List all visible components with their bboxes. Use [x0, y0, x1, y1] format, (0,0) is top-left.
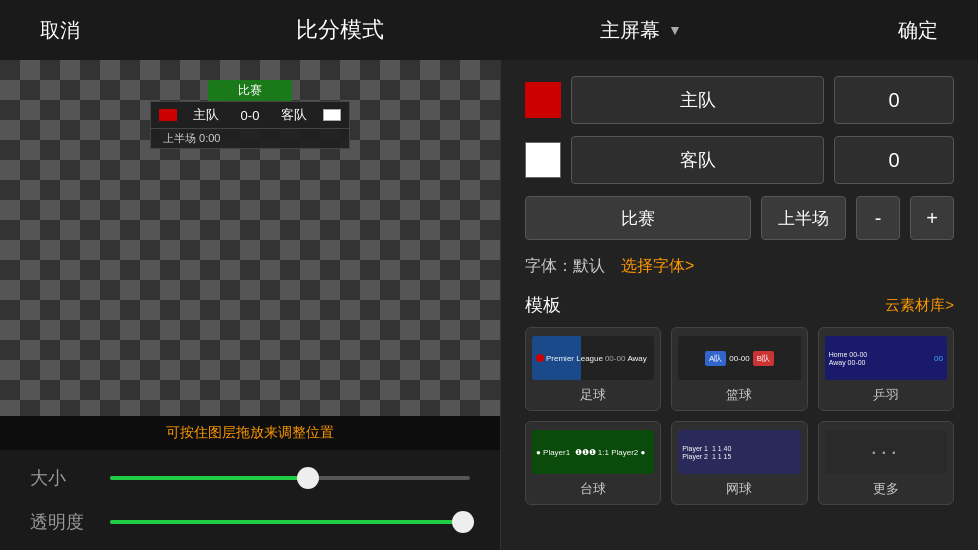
home-color-picker[interactable] — [525, 82, 561, 118]
size-slider-row: 大小 — [30, 466, 470, 490]
home-flag-icon — [159, 109, 177, 121]
templates-title: 模板 — [525, 293, 561, 317]
templates-header: 模板 云素材库> — [525, 293, 954, 317]
preview-score: 0-0 — [235, 108, 266, 123]
away-color-picker[interactable] — [525, 142, 561, 178]
scoreboard-row: 主队 0-0 客队 — [150, 101, 350, 129]
main-content: 比赛 主队 0-0 客队 上半场 0:00 可按住图层拖放来调整位置 大小 — [0, 60, 978, 550]
font-row: 字体：默认 选择字体> — [525, 252, 954, 281]
font-select-button[interactable]: 选择字体> — [621, 256, 694, 277]
dropdown-arrow-icon: ▼ — [668, 22, 682, 38]
templates-section: 模板 云素材库> Premier League 00-00 Away 足球 — [525, 293, 954, 534]
page-title: 比分模式 — [296, 15, 384, 45]
template-soccer[interactable]: Premier League 00-00 Away 足球 — [525, 327, 661, 411]
away-score-display: 0 — [834, 136, 954, 184]
size-label: 大小 — [30, 466, 90, 490]
period-plus-button[interactable]: + — [910, 196, 954, 240]
drag-hint: 可按住图层拖放来调整位置 — [0, 416, 500, 450]
left-panel: 比赛 主队 0-0 客队 上半场 0:00 可按住图层拖放来调整位置 大小 — [0, 60, 500, 550]
basketball-thumb: A队 00-00 B队 — [678, 336, 800, 380]
confirm-button[interactable]: 确定 — [898, 17, 938, 44]
screen-label: 主屏幕 — [600, 17, 660, 44]
scoreboard-time: 上半场 0:00 — [150, 129, 350, 149]
match-period-row: 比赛 上半场 - + — [525, 196, 954, 240]
opacity-label: 透明度 — [30, 510, 90, 534]
template-basketball[interactable]: A队 00-00 B队 篮球 — [671, 327, 807, 411]
billiards-label: 台球 — [580, 480, 606, 498]
screen-selector[interactable]: 主屏幕 ▼ — [600, 17, 682, 44]
size-slider-track[interactable] — [110, 476, 470, 480]
controls-area: 大小 透明度 — [0, 450, 500, 550]
more-label: 更多 — [873, 480, 899, 498]
size-slider-fill — [110, 476, 308, 480]
size-slider-thumb[interactable] — [297, 467, 319, 489]
template-more[interactable]: ··· 更多 — [818, 421, 954, 505]
tennis-thumb: Player 1 1 1 40 Player 2 1 1 15 — [678, 430, 800, 474]
template-tennis[interactable]: Player 1 1 1 40 Player 2 1 1 15 网球 — [671, 421, 807, 505]
pingpong-thumb: Home 00-00 Away 00-00 00 — [825, 336, 947, 380]
away-team-input[interactable] — [571, 136, 824, 184]
match-button[interactable]: 比赛 — [525, 196, 751, 240]
period-label: 上半场 — [761, 196, 846, 240]
cloud-library-button[interactable]: 云素材库> — [885, 296, 954, 315]
template-billiards[interactable]: ● Player1 ❶❶❶ 1:1 Player2 ● 台球 — [525, 421, 661, 505]
scoreboard-match-label: 比赛 — [208, 80, 292, 101]
soccer-label: 足球 — [580, 386, 606, 404]
opacity-slider-row: 透明度 — [30, 510, 470, 534]
period-minus-button[interactable]: - — [856, 196, 900, 240]
away-team-row: 0 — [525, 136, 954, 184]
tennis-label: 网球 — [726, 480, 752, 498]
preview-area[interactable]: 比赛 主队 0-0 客队 上半场 0:00 — [0, 60, 500, 416]
preview-home-name: 主队 — [185, 106, 227, 124]
cancel-button[interactable]: 取消 — [40, 17, 80, 44]
opacity-slider-thumb[interactable] — [452, 511, 474, 533]
right-panel: 0 0 比赛 上半场 - + 字体：默认 选择字体> 模板 云素材库> — [500, 60, 978, 550]
font-label: 字体：默认 — [525, 256, 605, 277]
opacity-slider-fill — [110, 520, 463, 524]
home-team-row: 0 — [525, 76, 954, 124]
scoreboard-preview: 比赛 主队 0-0 客队 上半场 0:00 — [150, 80, 350, 149]
billiards-thumb: ● Player1 ❶❶❶ 1:1 Player2 ● — [532, 430, 654, 474]
templates-grid: Premier League 00-00 Away 足球 A队 00-00 — [525, 327, 954, 505]
more-thumb: ··· — [825, 430, 947, 474]
template-pingpong[interactable]: Home 00-00 Away 00-00 00 乒羽 — [818, 327, 954, 411]
opacity-slider-track[interactable] — [110, 520, 470, 524]
preview-away-name: 客队 — [273, 106, 315, 124]
soccer-thumb: Premier League 00-00 Away — [532, 336, 654, 380]
home-score-display: 0 — [834, 76, 954, 124]
header: 取消 比分模式 主屏幕 ▼ 确定 — [0, 0, 978, 60]
home-team-input[interactable] — [571, 76, 824, 124]
basketball-label: 篮球 — [726, 386, 752, 404]
away-flag-icon — [323, 109, 341, 121]
pingpong-label: 乒羽 — [873, 386, 899, 404]
